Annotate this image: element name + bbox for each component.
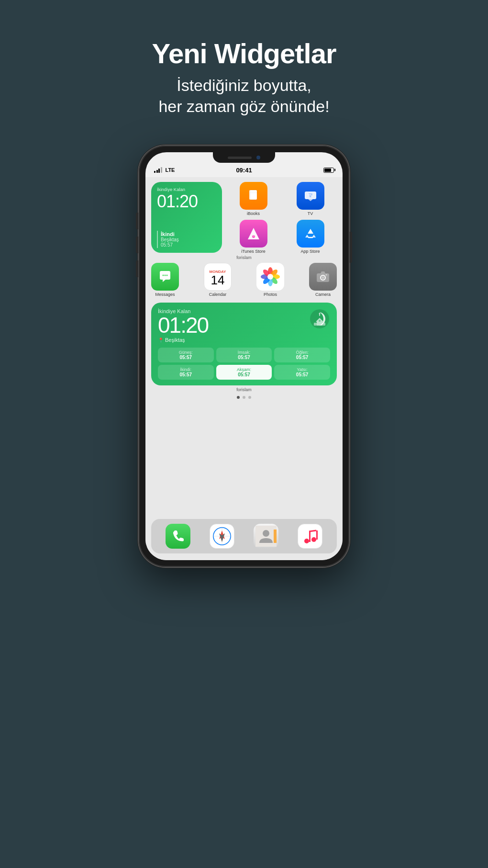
svg-rect-30 <box>317 322 322 326</box>
dock-music-icon <box>298 524 322 549</box>
svg-point-13 <box>163 275 164 276</box>
page-dot-3 <box>248 396 251 399</box>
svg-point-15 <box>166 275 168 276</box>
camera-icon <box>309 263 337 291</box>
svg-rect-48 <box>309 531 311 542</box>
dock-phone[interactable] <box>166 524 190 549</box>
widget-prayer-time-val: 05:57 <box>161 242 179 248</box>
app-photos[interactable]: Photos <box>256 263 284 297</box>
widget-small-bottom: İkindi Beşiktaş 05:57 <box>157 231 216 248</box>
svg-point-27 <box>322 276 324 279</box>
main-title: Yeni Widgetlar <box>152 38 336 69</box>
home-screen: İkindiye Kalan 01:20 İkindi Beşiktaş 05:… <box>145 177 343 560</box>
app-ibooks[interactable]: iBooks <box>227 182 280 216</box>
phone-outer-shell: LTE 09:41 İkindiye Kalan 01:20 <box>139 146 349 567</box>
widget-location: Beşiktaş <box>161 237 179 242</box>
calendar-icon: Monday 14 <box>204 263 232 291</box>
svg-point-35 <box>319 313 321 315</box>
photos-label: Photos <box>264 292 277 297</box>
svg-marker-6 <box>308 199 313 201</box>
battery-fill <box>324 169 331 172</box>
status-right <box>323 168 334 173</box>
signal-bar-2 <box>156 170 158 173</box>
signal-bar-3 <box>158 169 160 173</box>
app-itunes[interactable]: iTunes Store <box>227 220 280 254</box>
svg-point-28 <box>326 274 327 276</box>
page-dots <box>145 392 343 403</box>
app-appstore[interactable]: App Store <box>284 220 337 254</box>
header-section: Yeni Widgetlar İstediğiniz boyutta, her … <box>152 0 336 136</box>
svg-rect-49 <box>316 530 318 540</box>
svg-rect-31 <box>319 320 321 322</box>
notch-camera <box>256 156 260 159</box>
dock-safari-icon <box>210 524 234 549</box>
widget-large-top: İkindiye Kalan 01:20 📍 Beşiktaş <box>158 308 330 343</box>
app-calendar[interactable]: Monday 14 Calendar <box>204 263 232 297</box>
widget-small-source: forislam <box>145 255 343 260</box>
svg-line-50 <box>309 530 316 531</box>
dock-contacts-icon <box>254 524 278 549</box>
svg-rect-32 <box>314 323 317 326</box>
dock-phone-icon <box>166 524 190 549</box>
dock-contacts[interactable] <box>254 524 278 549</box>
widget-location-large: 📍 Beşiktaş <box>158 337 208 343</box>
signal-bar-1 <box>154 171 155 173</box>
dock-music[interactable] <box>298 524 322 549</box>
svg-point-14 <box>165 275 166 276</box>
battery-icon <box>323 168 334 173</box>
app-camera[interactable]: Camera <box>309 263 337 297</box>
phone-screen: LTE 09:41 İkindiye Kalan 01:20 <box>145 152 343 560</box>
svg-point-47 <box>311 537 316 542</box>
location-pin-icon: 📍 <box>158 338 164 343</box>
svg-point-44 <box>263 530 269 537</box>
svg-rect-1 <box>250 190 257 200</box>
svg-rect-33 <box>322 323 325 326</box>
widget-small-time: 01:20 <box>157 193 216 210</box>
itunes-label: iTunes Store <box>241 249 266 254</box>
prayer-widget-small[interactable]: İkindiye Kalan 01:20 İkindi Beşiktaş 05:… <box>151 182 222 253</box>
page-dot-1 <box>237 396 240 399</box>
dock <box>151 519 337 553</box>
prayer-cell-aksam: Akşam: 05:57 <box>216 365 272 380</box>
svg-point-46 <box>304 539 309 543</box>
status-bar: LTE 09:41 <box>145 163 343 177</box>
widget-divider <box>157 231 158 248</box>
signal-bars <box>154 167 162 173</box>
svg-rect-11 <box>253 232 255 237</box>
svg-rect-43 <box>274 530 277 543</box>
prayer-cell-ikindi: İkindi: 05:57 <box>158 365 214 380</box>
prayer-cell-yatsi: Yatsı: 05:57 <box>274 365 330 380</box>
camera-label: Camera <box>315 292 331 297</box>
signal-bar-4 <box>161 167 162 173</box>
app-tv[interactable]: TV TV <box>284 182 337 216</box>
app-messages[interactable]: Messages <box>151 263 179 297</box>
prayer-widget-large[interactable]: İkindiye Kalan 01:20 📍 Beşiktaş <box>151 303 337 385</box>
appstore-label: App Store <box>300 249 320 254</box>
widget-large-source: forislam <box>145 387 343 392</box>
widget-large-time: 01:20 <box>158 314 208 336</box>
widget-prayer-name: İkindi <box>161 231 179 237</box>
prayer-cell-imsak: İmsak: 05:57 <box>216 348 272 362</box>
itunes-icon <box>240 220 267 248</box>
messages-label: Messages <box>155 292 175 297</box>
appstore-icon <box>297 220 324 248</box>
phone-notch <box>213 152 275 163</box>
tv-label: TV <box>308 211 313 216</box>
ibooks-label: iBooks <box>247 211 260 216</box>
dock-safari[interactable] <box>210 524 234 549</box>
phone-mockup: LTE 09:41 İkindiye Kalan 01:20 <box>139 146 349 567</box>
sub-title: İstediğiniz boyutta, her zaman göz önünd… <box>152 75 336 117</box>
widget-large-header: İkindiye Kalan 01:20 📍 Beşiktaş <box>158 308 208 343</box>
ibooks-icon <box>240 182 267 210</box>
carrier-label: LTE <box>166 167 175 173</box>
second-app-row: Messages Monday 14 Calendar <box>145 260 343 300</box>
page-dot-2 <box>243 396 245 399</box>
top-widget-row: İkindiye Kalan 01:20 İkindi Beşiktaş 05:… <box>145 177 343 254</box>
sub-title-line1: İstediğiniz boyutta, <box>177 76 311 94</box>
cal-day: 14 <box>211 274 225 286</box>
status-left: LTE <box>154 167 175 173</box>
calendar-label: Calendar <box>209 292 227 297</box>
status-time: 09:41 <box>236 167 252 174</box>
tv-icon: TV <box>297 182 324 210</box>
prayer-cell-gunes: Güneş: 05:57 <box>158 348 214 362</box>
